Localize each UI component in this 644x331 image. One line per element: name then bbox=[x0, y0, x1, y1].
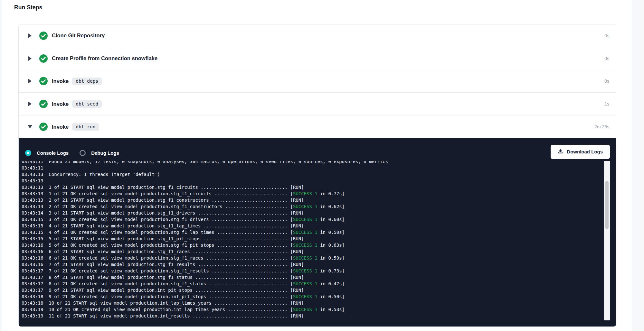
log-line: 03:43:14 2 of 21 OK created sql view mod… bbox=[22, 203, 602, 210]
collapse-caret-icon[interactable] bbox=[27, 125, 32, 128]
step-rows: Clone Git Repository 0s Create Profile f… bbox=[19, 24, 616, 138]
step-label: Invoke bbox=[52, 101, 69, 107]
radio-selected-icon[interactable] bbox=[25, 150, 31, 156]
log-line: 03:43:18 10 of 21 START sql view model p… bbox=[22, 300, 602, 306]
download-logs-label: Download Logs bbox=[567, 149, 603, 154]
log-line: 03:43:17 8 of 21 START sql view model pr… bbox=[22, 274, 602, 280]
log-scrollbar-track[interactable] bbox=[604, 161, 610, 320]
step-row-4[interactable]: Invoke dbt seed 1s bbox=[19, 93, 616, 115]
success-check-icon bbox=[39, 32, 48, 40]
log-line: 03:43:15 3 of 21 OK created sql view mod… bbox=[22, 216, 602, 223]
log-line: 03:43:13 2 of 21 START sql view model pr… bbox=[22, 197, 602, 203]
log-line: 03:43:15 4 of 21 START sql view model pr… bbox=[22, 223, 602, 229]
log-line: 03:43:14 3 of 21 START sql view model pr… bbox=[22, 210, 602, 216]
log-line: 03:43:17 8 of 21 OK created sql view mod… bbox=[22, 280, 602, 287]
step-duration: 0s bbox=[604, 56, 609, 61]
log-line: 03:43:16 5 of 21 OK created sql view mod… bbox=[22, 242, 602, 248]
radio-unselected-icon[interactable] bbox=[80, 150, 86, 156]
radio-console-logs-label: Console Logs bbox=[37, 150, 69, 156]
expand-caret-icon[interactable] bbox=[27, 33, 32, 38]
step-duration: 2m 26s bbox=[594, 124, 609, 129]
log-line: 03:43:15 5 of 21 START sql view model pr… bbox=[22, 235, 602, 242]
log-line: 03:43:16 6 of 21 OK created sql view mod… bbox=[22, 255, 602, 261]
log-line: 03:43:13 1 of 21 START sql view model pr… bbox=[22, 184, 602, 190]
left-edge-gutter bbox=[0, 0, 2, 331]
log-line: 03:43:17 7 of 21 OK created sql view mod… bbox=[22, 268, 602, 274]
expand-caret-icon[interactable] bbox=[27, 56, 32, 61]
step-duration: 0s bbox=[604, 33, 609, 38]
success-check-icon bbox=[39, 100, 48, 108]
console-log-panel: Console Logs Debug Logs Download Logs 03… bbox=[19, 138, 616, 326]
success-check-icon bbox=[39, 123, 48, 131]
radio-debug-logs[interactable]: Debug Logs bbox=[80, 150, 119, 156]
step-label: Invoke bbox=[52, 124, 69, 130]
log-line: 03:43:16 6 of 21 START sql view model pr… bbox=[22, 248, 602, 255]
run-steps-card: Clone Git Repository 0s Create Profile f… bbox=[18, 24, 616, 327]
success-check-icon bbox=[39, 54, 48, 63]
log-line: 03:43:11 Found 21 models, 17 tests, 0 sn… bbox=[22, 161, 602, 165]
log-line: 03:43:11 bbox=[22, 165, 602, 171]
radio-console-logs[interactable]: Console Logs bbox=[25, 150, 69, 156]
step-duration: 0s bbox=[604, 78, 609, 84]
log-line: 03:43:13 Concurrency: 1 threads (target=… bbox=[22, 171, 602, 178]
log-type-selector: Console Logs Debug Logs bbox=[25, 150, 130, 156]
step-row-3[interactable]: Invoke dbt deps 0s bbox=[19, 70, 616, 93]
log-line: 03:43:15 4 of 21 OK created sql view mod… bbox=[22, 229, 602, 235]
console-log-output[interactable]: 03:43:11 Found 21 models, 17 tests, 0 sn… bbox=[22, 161, 602, 322]
log-line: 03:43:13 1 of 21 OK created sql view mod… bbox=[22, 190, 602, 197]
step-label: Clone Git Repository bbox=[52, 32, 105, 39]
log-line: 03:43:18 9 of 21 OK created sql view mod… bbox=[22, 293, 602, 300]
radio-debug-logs-label: Debug Logs bbox=[91, 150, 119, 156]
right-edge-gutter bbox=[632, 0, 644, 331]
download-logs-button[interactable]: Download Logs bbox=[551, 145, 610, 159]
download-icon bbox=[558, 149, 563, 154]
log-line: 03:43:13 bbox=[22, 178, 602, 184]
page-title: Run Steps bbox=[14, 4, 42, 11]
log-line: 03:43:17 9 of 21 START sql view model pr… bbox=[22, 287, 602, 293]
step-label: Create Profile from Connection snowflake bbox=[52, 55, 157, 61]
step-command-badge: dbt deps bbox=[72, 78, 102, 85]
success-check-icon bbox=[39, 77, 48, 85]
step-command-badge: dbt run bbox=[72, 123, 99, 131]
step-row-2[interactable]: Create Profile from Connection snowflake… bbox=[19, 47, 616, 70]
log-line: 03:43:19 10 of 21 OK created sql view mo… bbox=[22, 306, 602, 313]
expand-caret-icon[interactable] bbox=[27, 102, 32, 106]
log-scrollbar-thumb[interactable] bbox=[605, 181, 609, 229]
log-line: 03:43:19 11 of 21 START sql view model p… bbox=[22, 313, 602, 319]
step-row-1[interactable]: Clone Git Repository 0s bbox=[19, 24, 616, 47]
step-label: Invoke bbox=[52, 78, 69, 84]
step-row-5[interactable]: Invoke dbt run 2m 26s bbox=[19, 115, 616, 138]
log-line: 03:43:16 7 of 21 START sql view model pr… bbox=[22, 261, 602, 268]
step-command-badge: dbt seed bbox=[72, 100, 102, 108]
expand-caret-icon[interactable] bbox=[27, 79, 32, 83]
step-duration: 1s bbox=[604, 101, 609, 106]
